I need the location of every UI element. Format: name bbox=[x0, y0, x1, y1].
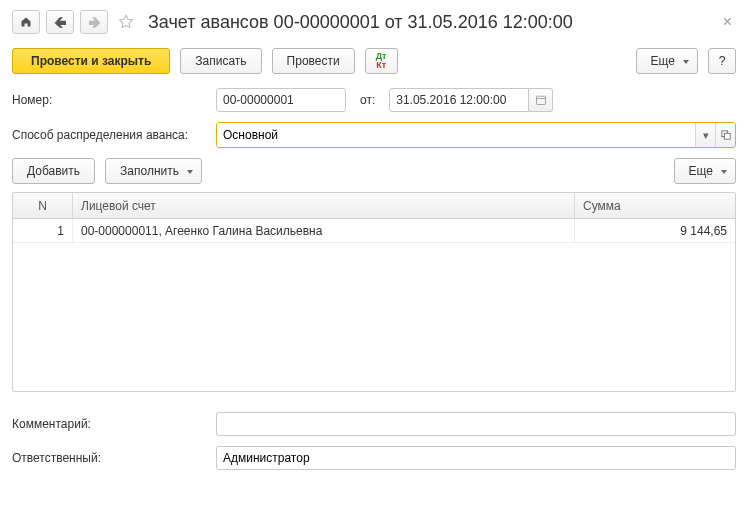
col-header-sum[interactable]: Сумма bbox=[575, 193, 735, 218]
table-more-button[interactable]: Еще bbox=[674, 158, 736, 184]
home-button[interactable] bbox=[12, 10, 40, 34]
cell-account: 00-000000011, Агеенко Галина Васильевна bbox=[73, 219, 575, 242]
back-button[interactable]: 🡸 bbox=[46, 10, 74, 34]
help-button[interactable]: ? bbox=[708, 48, 736, 74]
post-button[interactable]: Провести bbox=[272, 48, 355, 74]
comment-input[interactable] bbox=[216, 412, 736, 436]
responsible-input[interactable] bbox=[217, 447, 735, 469]
write-button[interactable]: Записать bbox=[180, 48, 261, 74]
distribution-label: Способ распределения аванса: bbox=[12, 128, 208, 142]
calendar-icon[interactable] bbox=[529, 88, 553, 112]
favorite-star-icon[interactable] bbox=[114, 10, 138, 34]
from-label: от: bbox=[360, 93, 375, 107]
close-icon[interactable]: × bbox=[719, 11, 736, 33]
add-button[interactable]: Добавить bbox=[12, 158, 95, 184]
more-button[interactable]: Еще bbox=[636, 48, 698, 74]
distribution-input[interactable] bbox=[217, 123, 695, 147]
svg-rect-0 bbox=[536, 96, 545, 104]
fill-button[interactable]: Заполнить bbox=[105, 158, 202, 184]
number-label: Номер: bbox=[12, 93, 208, 107]
responsible-label: Ответственный: bbox=[12, 451, 208, 465]
dtkt-icon: ДтКт bbox=[376, 52, 387, 70]
grid: N Лицевой счет Сумма 1 00-000000011, Аге… bbox=[12, 192, 736, 392]
number-input[interactable] bbox=[216, 88, 346, 112]
forward-button: 🡺 bbox=[80, 10, 108, 34]
date-input[interactable] bbox=[389, 88, 529, 112]
comment-label: Комментарий: bbox=[12, 417, 208, 431]
post-and-close-button[interactable]: Провести и закрыть bbox=[12, 48, 170, 74]
cell-sum: 9 144,65 bbox=[575, 219, 735, 242]
col-header-account[interactable]: Лицевой счет bbox=[73, 193, 575, 218]
cell-n: 1 bbox=[13, 219, 73, 242]
col-header-n[interactable]: N bbox=[13, 193, 73, 218]
table-row[interactable]: 1 00-000000011, Агеенко Галина Васильевн… bbox=[13, 219, 735, 243]
svg-rect-3 bbox=[724, 133, 730, 139]
dtkt-button[interactable]: ДтКт bbox=[365, 48, 398, 74]
dropdown-icon[interactable]: ▾ bbox=[695, 123, 715, 147]
open-icon[interactable] bbox=[715, 123, 735, 147]
page-title: Зачет авансов 00-00000001 от 31.05.2016 … bbox=[148, 12, 713, 33]
